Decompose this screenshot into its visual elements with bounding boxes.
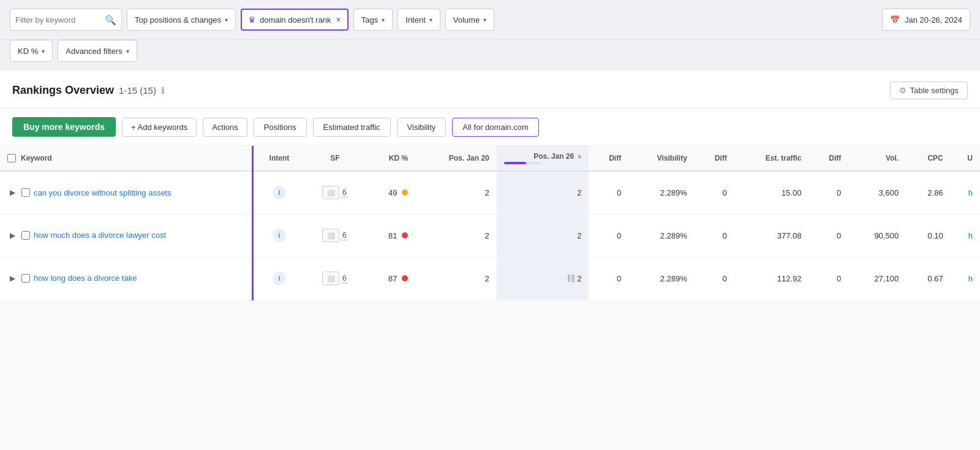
th-diff1: Diff <box>589 146 628 171</box>
date-label: Jan 20-26, 2024 <box>905 15 962 25</box>
diff3-value: 0 <box>837 231 841 240</box>
pos-jan20-value: 2 <box>485 231 489 240</box>
intent-badge: I <box>273 186 286 199</box>
diff2-value: 0 <box>722 188 726 197</box>
expand-row-button[interactable]: ▶ <box>7 187 18 198</box>
pos-jan20-value: 2 <box>485 188 489 197</box>
remove-filter-button[interactable]: × <box>336 15 341 24</box>
url-partial[interactable]: h <box>968 274 973 283</box>
tab-visibility[interactable]: Visibility <box>397 118 447 137</box>
tags-dropdown[interactable]: Tags ▾ <box>353 9 393 31</box>
positions-label: Top positions & changes <box>135 15 221 25</box>
sf-cell: ⬜ 6 <box>305 257 365 300</box>
kd-label: KD % <box>18 47 38 56</box>
row-checkbox[interactable] <box>21 274 30 283</box>
advanced-filters-label: Advanced filters <box>66 47 123 56</box>
actions-label: Actions <box>212 123 238 132</box>
keyword-link[interactable]: how long does a divorce take <box>34 272 137 284</box>
rankings-table: Keyword Intent SF KD % Pos. Jan 20 <box>0 146 980 300</box>
kd-dot-indicator <box>402 189 408 196</box>
pos-jan26-value: 2 <box>577 274 581 283</box>
chevron-down-icon: ▾ <box>42 48 45 55</box>
tab-domain[interactable]: All for domain.com <box>452 118 539 137</box>
intent-dropdown[interactable]: Intent ▾ <box>398 9 440 31</box>
sf-feature-icon: ⬜ <box>322 229 339 242</box>
url-partial[interactable]: h <box>968 188 973 197</box>
pos-jan26-value: 2 <box>577 231 581 240</box>
sort-progress-bg <box>504 162 541 164</box>
expand-row-button[interactable]: ▶ <box>7 273 18 284</box>
table-settings-button[interactable]: ⚙ Table settings <box>890 82 968 99</box>
kd-dot-indicator <box>402 232 408 238</box>
tab-traffic-label: Estimated traffic <box>323 123 380 132</box>
gear-icon: ⚙ <box>899 86 907 95</box>
keyword-link[interactable]: how much does a divorce lawyer cost <box>34 229 166 242</box>
diff2-value: 0 <box>722 231 726 240</box>
search-box: 🔍 <box>10 9 122 31</box>
tab-positions[interactable]: Positions <box>254 118 307 137</box>
content-area: Rankings Overview 1-15 (15) ℹ ⚙ Table se… <box>0 71 980 300</box>
url-cell: h <box>951 214 980 257</box>
table-container: Keyword Intent SF KD % Pos. Jan 20 <box>0 146 980 300</box>
diff1-cell: 0 <box>589 171 628 214</box>
action-bar: Buy more keywords + Add keywords Actions… <box>0 109 980 146</box>
kd-dropdown[interactable]: KD % ▾ <box>10 40 53 62</box>
keyword-link[interactable]: can you divorce without splitting assets <box>34 187 172 199</box>
url-partial[interactable]: h <box>968 231 973 240</box>
diff3-cell: 0 <box>809 171 848 214</box>
tab-visibility-label: Visibility <box>407 123 436 132</box>
keyword-cell: ▶ how long does a divorce take <box>0 257 252 300</box>
est-traffic-value: 112.92 <box>777 274 802 283</box>
search-button[interactable]: 🔍 <box>105 15 116 25</box>
info-icon[interactable]: ℹ <box>161 86 164 96</box>
rankings-title: Rankings Overview <box>12 84 114 97</box>
visibility-cell: 2.289% <box>628 171 695 214</box>
row-checkbox[interactable] <box>21 231 30 240</box>
kd-cell: 81 <box>365 214 416 257</box>
table-body: ▶ can you divorce without splitting asse… <box>0 171 980 300</box>
volume-dropdown[interactable]: Volume ▾ <box>445 9 494 31</box>
search-input[interactable] <box>15 15 101 25</box>
url-cell: h <box>951 171 980 214</box>
advanced-filters-dropdown[interactable]: Advanced filters ▾ <box>58 40 137 62</box>
sort-progress-fill <box>504 162 526 164</box>
row-checkbox[interactable] <box>21 188 30 197</box>
pos-jan20-cell: 2 <box>415 171 497 214</box>
diff1-value: 0 <box>617 231 621 240</box>
sf-number[interactable]: 6 <box>341 188 348 197</box>
sf-number[interactable]: 6 <box>341 231 348 240</box>
cpc-cell: 0.10 <box>906 214 951 257</box>
th-visibility: Visibility <box>628 146 695 171</box>
intent-cell: I <box>252 214 305 257</box>
visibility-cell: 2.289% <box>628 257 695 300</box>
add-keywords-button[interactable]: + Add keywords <box>122 118 197 137</box>
th-est-traffic: Est. traffic <box>734 146 809 171</box>
tab-traffic[interactable]: Estimated traffic <box>313 118 391 137</box>
est-traffic-value: 377.08 <box>777 231 802 240</box>
date-picker-button[interactable]: 📅 Jan 20-26, 2024 <box>882 9 970 31</box>
diff3-value: 0 <box>837 188 841 197</box>
est-traffic-cell: 377.08 <box>734 214 809 257</box>
th-diff2: Diff <box>695 146 734 171</box>
active-filter-label: domain doesn't rank <box>260 15 331 25</box>
positions-dropdown[interactable]: Top positions & changes ▾ <box>127 9 236 31</box>
kd-cell: 87 <box>365 257 416 300</box>
diff2-cell: 0 <box>695 257 734 300</box>
sf-number[interactable]: 6 <box>341 273 348 283</box>
actions-button[interactable]: Actions <box>203 118 247 137</box>
buy-keywords-button[interactable]: Buy more keywords <box>12 117 116 137</box>
visibility-value: 2.289% <box>660 188 687 197</box>
kd-value: 49 <box>388 188 397 197</box>
kd-value: 81 <box>388 231 397 240</box>
keyword-cell: ▶ how much does a divorce lawyer cost <box>0 214 252 257</box>
select-all-checkbox[interactable] <box>7 154 16 162</box>
chevron-down-icon: ▾ <box>483 17 486 23</box>
url-cell: h <box>951 257 980 300</box>
th-kd: KD % <box>365 146 416 171</box>
th-pos-jan26[interactable]: Pos. Jan 26 ≡ <box>497 146 589 171</box>
keyword-cell: ▶ can you divorce without splitting asse… <box>0 171 252 214</box>
expand-row-button[interactable]: ▶ <box>7 230 18 241</box>
chevron-down-icon: ▾ <box>382 17 385 23</box>
rankings-range: 1-15 (15) <box>119 85 156 96</box>
pos-jan20-value: 2 <box>485 274 489 283</box>
